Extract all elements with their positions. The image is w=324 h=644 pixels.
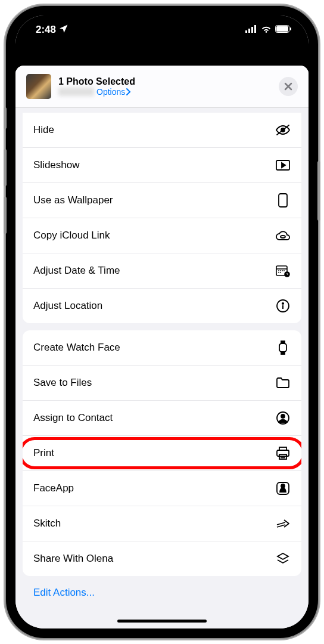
action-label: Hide [33,124,54,136]
svg-rect-26 [281,352,285,354]
svg-point-18 [279,273,279,273]
action-use-as-wallpaper[interactable]: Use as Wallpaper [23,183,301,218]
cellular-icon [245,24,257,36]
sheet-header: 1 Photo Selected Options [15,66,309,108]
svg-point-28 [281,414,285,418]
action-create-watch-face[interactable]: Create Watch Face [23,330,301,366]
edit-actions-link[interactable]: Edit Actions... [23,576,301,613]
layers-icon [275,551,291,566]
action-copy-icloud-link[interactable]: Copy iCloud Link [23,218,301,253]
svg-rect-25 [281,341,285,343]
home-indicator[interactable] [117,620,207,623]
svg-rect-3 [254,25,256,33]
person-circle-icon [275,410,291,426]
action-label: Assign to Contact [33,412,113,424]
action-group: Create Watch Face Save to Files Assign t… [23,330,301,576]
mute-switch [4,107,7,129]
face-app-icon [275,481,291,496]
watch-icon [275,340,291,355]
svg-rect-2 [251,27,253,33]
svg-point-17 [284,271,285,271]
redacted-text [58,88,94,96]
share-sheet: 1 Photo Selected Options [15,66,309,628]
svg-rect-24 [279,343,286,352]
action-hide[interactable]: Hide [23,113,301,148]
photo-thumbnail[interactable] [26,74,51,99]
chevron-right-icon [126,88,131,95]
printer-icon [275,445,291,461]
skitch-arrow-icon [275,516,291,531]
action-label: Adjust Location [33,300,102,312]
action-assign-to-contact[interactable]: Assign to Contact [23,401,301,436]
svg-rect-0 [245,30,247,33]
action-faceapp[interactable]: FaceApp [23,471,301,506]
svg-point-19 [281,273,281,273]
action-label: Slideshow [33,159,80,171]
svg-rect-31 [279,454,286,459]
action-label: Save to Files [33,377,92,389]
phone-outline-icon [275,193,291,208]
volume-down [4,197,7,234]
power-button [317,161,320,221]
actions-list: Hide Slideshow Use as Wallpaper [15,108,309,628]
info-circle-icon [275,298,291,314]
action-group: Hide Slideshow Use as Wallpaper [23,113,301,323]
screen: 2:48 1 Phot [15,16,309,628]
options-link[interactable]: Options [96,87,131,97]
calendar-clock-icon [275,263,291,278]
action-adjust-date-time[interactable]: Adjust Date & Time [23,253,301,289]
action-label: Adjust Date & Time [33,265,120,277]
close-button[interactable] [279,77,298,96]
notch [102,16,222,33]
svg-point-15 [281,271,281,271]
battery-icon [275,24,292,36]
cloud-link-icon [275,228,291,243]
svg-rect-6 [290,27,291,30]
action-label: Share With Olena [33,553,113,565]
action-share-with-olena[interactable]: Share With Olena [23,541,301,576]
location-arrow-icon [60,24,68,36]
action-label: Use as Wallpaper [33,194,113,206]
svg-point-16 [282,271,283,271]
action-skitch[interactable]: Skitch [23,506,301,541]
folder-icon [275,375,291,391]
volume-up [4,149,7,186]
action-label: Create Watch Face [33,342,120,354]
action-label: Copy iCloud Link [33,230,110,242]
action-label: Skitch [33,518,61,530]
play-rect-icon [275,157,291,173]
svg-rect-1 [248,29,250,33]
svg-point-22 [282,303,284,304]
eye-slash-icon [275,122,291,138]
highlight-ring [23,437,301,469]
action-print[interactable]: Print [23,436,301,471]
action-save-to-files[interactable]: Save to Files [23,366,301,401]
action-adjust-location[interactable]: Adjust Location [23,289,301,323]
action-slideshow[interactable]: Slideshow [23,148,301,183]
svg-rect-5 [276,26,288,32]
phone-frame: 2:48 1 Phot [6,6,318,638]
action-label: Print [33,447,54,459]
close-icon [284,82,292,91]
sheet-title: 1 Photo Selected [58,76,272,87]
svg-point-14 [279,271,279,271]
svg-line-8 [277,125,289,135]
wifi-icon [261,24,272,36]
svg-rect-30 [277,450,289,456]
action-label: FaceApp [33,482,74,494]
svg-point-11 [281,236,285,238]
svg-rect-10 [279,194,287,207]
svg-point-35 [281,484,285,488]
status-time: 2:48 [36,24,56,36]
